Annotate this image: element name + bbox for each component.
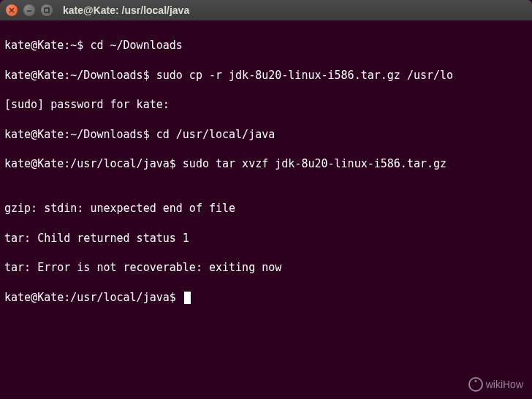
maximize-button[interactable] — [41, 4, 53, 16]
terminal-line: kate@Kate:~/Downloads$ sudo cp -r jdk-8u… — [4, 68, 528, 83]
terminal-line: kate@Kate:~$ cd ~/Downloads — [4, 38, 528, 53]
window-controls — [6, 4, 53, 16]
minimize-button[interactable] — [23, 4, 35, 16]
svg-rect-3 — [45, 8, 49, 12]
watermark-text: wikiHow — [486, 379, 523, 390]
terminal-prompt: kate@Kate:/usr/local/java$ — [4, 291, 183, 304]
terminal-line: kate@Kate:~/Downloads$ cd /usr/local/jav… — [4, 127, 528, 142]
cursor — [184, 292, 191, 304]
wikihow-logo-icon — [468, 377, 483, 392]
terminal-line: [sudo] password for kate: — [4, 97, 528, 112]
window-title: kate@Kate: /usr/local/java — [63, 4, 189, 16]
terminal-line: tar: Error is not recoverable: exiting n… — [4, 260, 528, 275]
terminal-line: gzip: stdin: unexpected end of file — [4, 201, 528, 216]
watermark: wikiHow — [468, 377, 523, 392]
close-button[interactable] — [6, 4, 18, 16]
terminal-line: tar: Child returned status 1 — [4, 231, 528, 246]
terminal-line: kate@Kate:/usr/local/java$ sudo tar xvzf… — [4, 156, 528, 171]
terminal-area[interactable]: kate@Kate:~$ cd ~/Downloads kate@Kate:~/… — [0, 20, 532, 399]
titlebar: kate@Kate: /usr/local/java — [0, 0, 532, 20]
terminal-current-line: kate@Kate:/usr/local/java$ — [4, 290, 528, 305]
